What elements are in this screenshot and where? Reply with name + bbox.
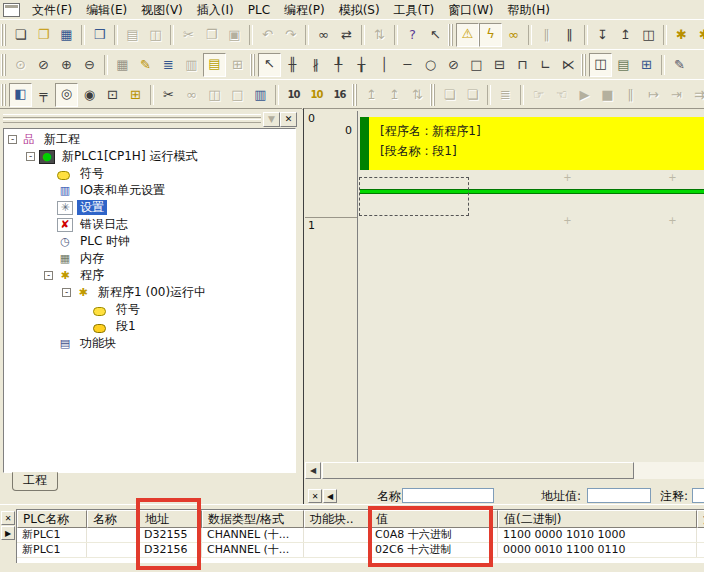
menu-tools[interactable]: 工具(T) <box>387 1 442 19</box>
tree-item-program1-symbols[interactable]: 符号 <box>4 301 295 318</box>
tree-item-program1[interactable]: -✱新程序1 (00)运行中 <box>4 284 295 301</box>
ladder-grid[interactable]: [程序名 : 新程序1] [段名称 : 段1] ++++ <box>358 111 704 462</box>
online-edit-send-icon[interactable]: ✱ <box>693 24 704 46</box>
help-icon[interactable]: ? <box>401 24 424 46</box>
watch-row[interactable]: 新PLC1D32156CHANNEL (十...02C6 十六进制0000 00… <box>17 543 704 558</box>
new-coil-icon[interactable]: ○ <box>419 54 442 76</box>
rung-comment-block[interactable]: [程序名 : 新程序1] [段名称 : 段1] <box>360 117 704 170</box>
comment-field[interactable] <box>692 488 704 503</box>
pause-icon[interactable]: ‖ <box>558 24 581 46</box>
data-trace-icon[interactable]: ▤ <box>612 54 635 76</box>
rung-0-margin[interactable]: 0 0 <box>305 111 357 218</box>
tree-item-plc-clock[interactable]: ◷PLC 时钟 <box>4 233 295 250</box>
select-mode-icon[interactable]: ↖ <box>258 53 281 77</box>
rung-1-margin[interactable]: 1 <box>305 218 357 462</box>
watch-column-header[interactable]: 功能块.. <box>304 510 370 528</box>
invert-element-icon[interactable]: ⋉ <box>557 54 580 76</box>
differential-monitor-icon[interactable]: ∞ <box>502 24 525 46</box>
toggle-project-window-icon[interactable]: ◧ <box>9 83 32 107</box>
tree-item-symbols[interactable]: 符号 <box>4 165 295 182</box>
tree-item-project-root[interactable]: -品新工程 <box>4 131 295 148</box>
new-vertical-line-icon[interactable]: │ <box>373 54 396 76</box>
pane-grip-bar[interactable]: ▼ ✕ <box>3 112 297 125</box>
tree-item-section1[interactable]: 段1 <box>4 318 295 335</box>
bar-close-icon[interactable]: ✕ <box>308 489 322 503</box>
work-online-icon[interactable]: ⚠ <box>456 23 479 47</box>
memo-icon[interactable]: ✎ <box>668 54 691 76</box>
monitor-decimal-icon[interactable]: 10 <box>282 84 305 106</box>
menu-window[interactable]: 窗口(W) <box>441 1 500 19</box>
tree-item-plc-device[interactable]: -●新PLC1[CP1H] 运行模式 <box>4 148 295 165</box>
pause-monitor-window-icon[interactable]: ◫ <box>589 53 612 77</box>
toolbar-gripper[interactable] <box>581 54 586 76</box>
address-reference-icon[interactable]: ⊡ <box>101 84 124 106</box>
toggle-watch-window-icon[interactable]: ◎ <box>55 83 78 107</box>
expander-minus-icon[interactable]: - <box>26 152 35 161</box>
properties-window-icon[interactable]: ⊞ <box>124 84 147 106</box>
compare-program-icon[interactable]: ❒ <box>88 24 111 46</box>
new-horizontal-line-icon[interactable]: ─ <box>396 54 419 76</box>
new-instruction-icon[interactable]: □ <box>465 54 488 76</box>
new-closed-coil-icon[interactable]: ⊘ <box>442 54 465 76</box>
compare-with-plc-icon[interactable]: ◫ <box>637 24 660 46</box>
tree-item-programs[interactable]: -✱程序 <box>4 267 295 284</box>
new-corner-icon[interactable]: ∟ <box>534 54 557 76</box>
toggle-watch-window2-icon[interactable]: ◉ <box>78 84 101 106</box>
replace-icon[interactable]: ⇄ <box>335 24 358 46</box>
bar-collapse-icon[interactable]: ◀ <box>323 489 337 503</box>
ladder-window-icon[interactable] <box>3 3 20 17</box>
binary-monitor-icon[interactable]: ▥ <box>249 84 272 106</box>
new-closed-instruction-icon[interactable]: ⊟ <box>488 54 511 76</box>
new-or-contact-icon[interactable]: ╀ <box>327 54 350 76</box>
zoom-reset-icon[interactable]: ⊘ <box>32 54 55 76</box>
save-project-icon[interactable]: ▦ <box>55 24 78 46</box>
show-comments-icon[interactable]: ✎ <box>134 54 157 76</box>
menu-file[interactable]: 文件(F) <box>25 1 79 19</box>
address-field[interactable] <box>587 488 651 503</box>
new-or-closed-contact-icon[interactable]: ╁ <box>350 54 373 76</box>
watch-column-header[interactable]: 地址 <box>139 510 202 528</box>
expander-minus-icon[interactable]: - <box>8 135 17 144</box>
watch-column-header[interactable]: 注释 <box>697 510 704 528</box>
watch-column-header[interactable]: 数据类型/格式 <box>202 510 304 528</box>
watch-column-header[interactable]: 值 <box>370 510 498 528</box>
new-project-icon[interactable]: ❏ <box>9 24 32 46</box>
pane-close-icon[interactable]: ✕ <box>280 112 297 127</box>
context-help-icon[interactable]: ↖ <box>424 24 447 46</box>
menu-plc[interactable]: PLC <box>241 1 277 19</box>
menu-view[interactable]: 视图(V) <box>134 1 190 19</box>
tree-item-error-log[interactable]: ✘错误日志 <box>4 216 295 233</box>
toolbar-gripper[interactable] <box>250 54 255 76</box>
menu-help[interactable]: 帮助(H) <box>501 1 557 19</box>
toggle-output-window-icon[interactable]: ╤ <box>32 84 55 106</box>
toolbar-gripper[interactable] <box>1 54 6 76</box>
monitor-mode-icon[interactable]: ϟ <box>479 23 502 47</box>
cell-selection-cursor[interactable] <box>359 177 469 216</box>
online-edit-icon[interactable]: ✱ <box>670 24 693 46</box>
tree-item-io-table[interactable]: ▥IO表和单元设置 <box>4 182 295 199</box>
monitor-hex-icon[interactable]: 16 <box>328 84 351 106</box>
scroll-left-icon[interactable]: ◀ <box>305 462 321 479</box>
name-field[interactable] <box>402 488 494 503</box>
expander-minus-icon[interactable]: - <box>44 271 53 280</box>
watch-column-header[interactable]: 值(二进制) <box>498 510 697 528</box>
pane-menu-arrow-icon[interactable]: ▼ <box>263 112 280 127</box>
watch-row[interactable]: 新PLC1D32155CHANNEL (十...C0A8 十六进制1100 00… <box>17 528 704 543</box>
transfer-from-plc-icon[interactable]: ↥ <box>614 24 637 46</box>
tree-item-settings[interactable]: ✳设置 <box>4 199 295 216</box>
toolbar-gripper[interactable] <box>352 84 357 106</box>
zoom-in-icon[interactable]: ⊕ <box>55 54 78 76</box>
ladder-horizontal-scrollbar[interactable]: ◀ <box>305 462 704 479</box>
toolbar-gripper[interactable] <box>1 24 6 46</box>
show-sections-icon[interactable]: ▤ <box>203 53 226 77</box>
watch-column-header[interactable]: 名称 <box>87 510 139 528</box>
toolbar-gripper[interactable] <box>430 84 435 106</box>
open-project-icon[interactable]: ❐ <box>32 24 55 46</box>
time-chart-monitor-icon[interactable]: ⊞ <box>635 54 658 76</box>
watch-close-icon[interactable]: ✕ <box>1 511 15 525</box>
tab-project[interactable]: 工程 <box>12 472 58 491</box>
new-plc-instruction-icon[interactable]: ⊓ <box>511 54 534 76</box>
watch-column-header[interactable]: PLC名称 <box>17 510 87 528</box>
menu-simulation[interactable]: 模拟(S) <box>332 1 387 19</box>
tree-item-memory[interactable]: ▦内存 <box>4 250 295 267</box>
